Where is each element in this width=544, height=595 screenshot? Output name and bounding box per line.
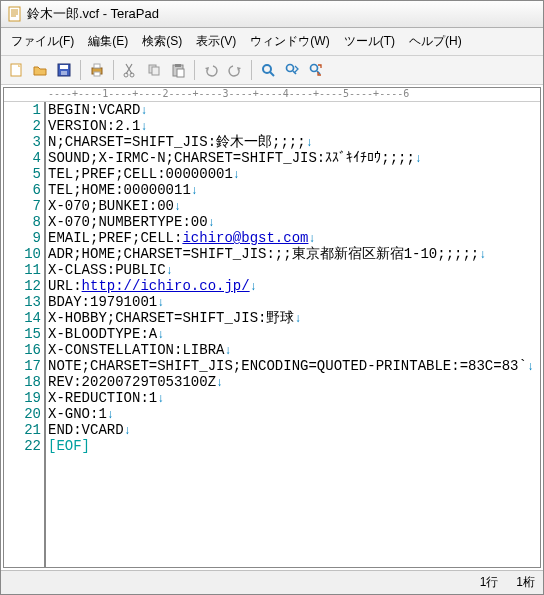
- status-line: 1行: [480, 574, 499, 591]
- menu-tool[interactable]: ツール(T): [338, 31, 401, 52]
- line-number: 16: [4, 342, 41, 358]
- newline-marker: ↓: [208, 216, 215, 230]
- newline-marker: ↓: [479, 248, 486, 262]
- line-number: 9: [4, 230, 41, 246]
- menu-file[interactable]: ファイル(F): [5, 31, 80, 52]
- text-line[interactable]: EMAIL;PREF;CELL:ichiro@bgst.com↓: [48, 230, 540, 246]
- cut-button[interactable]: [119, 59, 141, 81]
- find-next-button[interactable]: [281, 59, 303, 81]
- save-button[interactable]: [53, 59, 75, 81]
- line-number: 13: [4, 294, 41, 310]
- text-segment: EMAIL;PREF;CELL:: [48, 230, 182, 246]
- text-segment: X-GNO:1: [48, 406, 107, 422]
- menu-window[interactable]: ウィンドウ(W): [244, 31, 335, 52]
- newline-marker: ↓: [140, 104, 147, 118]
- text-line[interactable]: X-070;NUMBERTYPE:00↓: [48, 214, 540, 230]
- text-line[interactable]: BDAY:19791001↓: [48, 294, 540, 310]
- text-line[interactable]: X-HOBBY;CHARSET=SHIFT_JIS:野球↓: [48, 310, 540, 326]
- print-button[interactable]: [86, 59, 108, 81]
- text-segment: URL:: [48, 278, 82, 294]
- window-title: 鈴木一郎.vcf - TeraPad: [27, 5, 159, 23]
- text-line[interactable]: END:VCARD↓: [48, 422, 540, 438]
- svg-point-19: [263, 65, 271, 73]
- menu-help[interactable]: ヘルプ(H): [403, 31, 468, 52]
- text-line[interactable]: TEL;HOME:00000011↓: [48, 182, 540, 198]
- newline-marker: ↓: [157, 328, 164, 342]
- text-segment: TEL;PREF;CELL:00000001: [48, 166, 233, 182]
- find-button[interactable]: [257, 59, 279, 81]
- replace-button[interactable]: [305, 59, 327, 81]
- line-number-gutter: 12345678910111213141516171819202122: [4, 102, 46, 567]
- line-number: 22: [4, 438, 41, 454]
- svg-rect-10: [94, 64, 100, 68]
- newline-marker: ↓: [166, 264, 173, 278]
- newline-marker: ↓: [216, 376, 223, 390]
- text-editor[interactable]: 12345678910111213141516171819202122 BEGI…: [4, 102, 540, 567]
- newline-marker: ↓: [233, 168, 240, 182]
- svg-rect-15: [152, 67, 159, 75]
- url-link[interactable]: http://ichiro.co.jp/: [82, 278, 250, 294]
- line-number: 10: [4, 246, 41, 262]
- copy-button[interactable]: [143, 59, 165, 81]
- text-segment: N;CHARSET=SHIFT_JIS:鈴木一郎;;;;: [48, 134, 306, 150]
- text-line[interactable]: [EOF]: [48, 438, 540, 454]
- line-number: 2: [4, 118, 41, 134]
- newline-marker: ↓: [294, 312, 301, 326]
- svg-rect-7: [60, 65, 68, 69]
- text-segment: X-REDUCTION:1: [48, 390, 157, 406]
- text-line[interactable]: ADR;HOME;CHARSET=SHIFT_JIS:;;東京都新宿区新宿1-1…: [48, 246, 540, 262]
- open-button[interactable]: [29, 59, 51, 81]
- redo-button[interactable]: [224, 59, 246, 81]
- text-content[interactable]: BEGIN:VCARD↓VERSION:2.1↓N;CHARSET=SHIFT_…: [46, 102, 540, 567]
- text-line[interactable]: X-GNO:1↓: [48, 406, 540, 422]
- line-number: 21: [4, 422, 41, 438]
- toolbar-separator: [80, 60, 81, 80]
- toolbar-separator: [113, 60, 114, 80]
- svg-rect-11: [94, 72, 100, 76]
- text-line[interactable]: BEGIN:VCARD↓: [48, 102, 540, 118]
- line-number: 1: [4, 102, 41, 118]
- line-number: 4: [4, 150, 41, 166]
- svg-point-23: [311, 65, 318, 72]
- url-link[interactable]: ichiro@bgst.com: [182, 230, 308, 246]
- title-bar: 鈴木一郎.vcf - TeraPad: [1, 1, 543, 28]
- status-bar: 1行 1桁: [1, 570, 543, 594]
- toolbar-separator: [251, 60, 252, 80]
- newline-marker: ↓: [107, 408, 114, 422]
- svg-rect-17: [175, 64, 181, 67]
- text-line[interactable]: N;CHARSET=SHIFT_JIS:鈴木一郎;;;;↓: [48, 134, 540, 150]
- line-number: 7: [4, 198, 41, 214]
- undo-button[interactable]: [200, 59, 222, 81]
- text-segment: SOUND;X-IRMC-N;CHARSET=SHIFT_JIS:ｽｽﾞｷｲﾁﾛ…: [48, 150, 415, 166]
- text-segment: VERSION:2.1: [48, 118, 140, 134]
- new-button[interactable]: [5, 59, 27, 81]
- text-line[interactable]: X-BLOODTYPE:A↓: [48, 326, 540, 342]
- text-line[interactable]: TEL;PREF;CELL:00000001↓: [48, 166, 540, 182]
- text-line[interactable]: SOUND;X-IRMC-N;CHARSET=SHIFT_JIS:ｽｽﾞｷｲﾁﾛ…: [48, 150, 540, 166]
- text-line[interactable]: X-CONSTELLATION:LIBRA↓: [48, 342, 540, 358]
- text-segment: BEGIN:VCARD: [48, 102, 140, 118]
- newline-marker: ↓: [306, 136, 313, 150]
- text-segment: X-HOBBY;CHARSET=SHIFT_JIS:野球: [48, 310, 294, 326]
- text-line[interactable]: X-070;BUNKEI:00↓: [48, 198, 540, 214]
- text-segment: END:VCARD: [48, 422, 124, 438]
- text-line[interactable]: VERSION:2.1↓: [48, 118, 540, 134]
- text-line[interactable]: REV:20200729T053100Z↓: [48, 374, 540, 390]
- text-line[interactable]: X-REDUCTION:1↓: [48, 390, 540, 406]
- text-line[interactable]: NOTE;CHARSET=SHIFT_JIS;ENCODING=QUOTED-P…: [48, 358, 540, 374]
- newline-marker: ↓: [191, 184, 198, 198]
- newline-marker: ↓: [224, 344, 231, 358]
- line-number: 14: [4, 310, 41, 326]
- paste-button[interactable]: [167, 59, 189, 81]
- line-number: 17: [4, 358, 41, 374]
- text-segment: REV:20200729T053100Z: [48, 374, 216, 390]
- menu-edit[interactable]: 編集(E): [82, 31, 134, 52]
- text-line[interactable]: URL:http://ichiro.co.jp/↓: [48, 278, 540, 294]
- line-number: 3: [4, 134, 41, 150]
- text-line[interactable]: X-CLASS:PUBLIC↓: [48, 262, 540, 278]
- eof-marker: [EOF]: [48, 438, 90, 454]
- menu-view[interactable]: 表示(V): [190, 31, 242, 52]
- menu-search[interactable]: 検索(S): [136, 31, 188, 52]
- app-icon: [7, 6, 23, 22]
- line-number: 8: [4, 214, 41, 230]
